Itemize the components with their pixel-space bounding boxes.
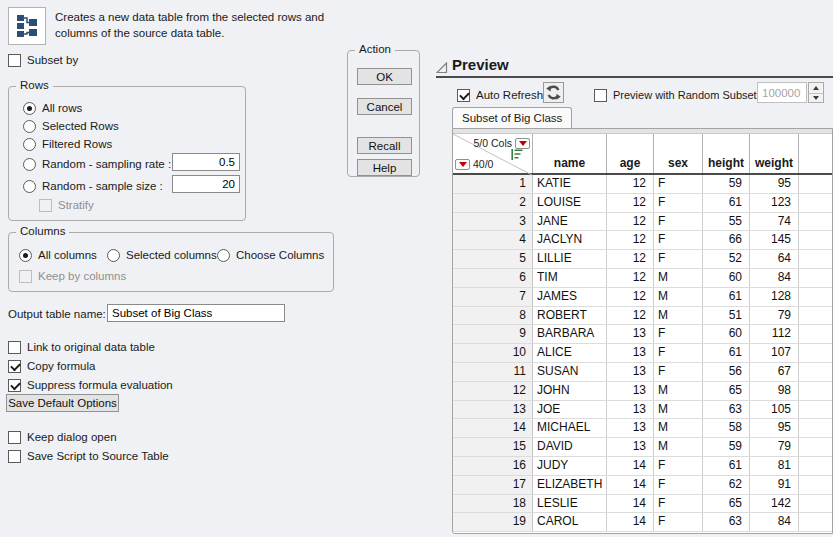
table-cell[interactable]: JOHN (533, 382, 607, 400)
sample-size-input[interactable] (172, 175, 240, 193)
table-cell[interactable]: 12 (607, 194, 654, 212)
tab-subset-of-big-class[interactable]: Subset of Big Class (452, 107, 572, 128)
table-cell[interactable]: 13 (607, 438, 654, 456)
table-cell[interactable]: LILLIE (533, 250, 607, 268)
table-cell[interactable]: 81 (750, 457, 799, 475)
table-cell[interactable]: CAROL (533, 513, 607, 531)
table-cell[interactable]: 112 (750, 325, 799, 343)
table-cell[interactable]: F (654, 325, 703, 343)
table-cell[interactable]: JUDY (533, 457, 607, 475)
row-number[interactable]: 1 (453, 175, 533, 193)
table-cell[interactable]: 91 (750, 476, 799, 494)
table-cell[interactable]: F (654, 495, 703, 513)
checkbox-copy-formula[interactable]: Copy formula (8, 359, 95, 373)
row-number[interactable]: 7 (453, 288, 533, 306)
table-cell[interactable]: 12 (607, 269, 654, 287)
table-cell[interactable]: 66 (703, 231, 750, 249)
table-cell[interactable]: 14 (607, 495, 654, 513)
table-cell[interactable]: 59 (703, 175, 750, 193)
column-header-sex[interactable]: sex (654, 134, 703, 173)
table-cell[interactable]: JANE (533, 213, 607, 231)
column-header-name[interactable]: name (533, 134, 607, 173)
ok-button[interactable]: OK (357, 68, 412, 85)
radio-selected-columns[interactable]: Selected columns (107, 248, 217, 262)
table-cell[interactable]: 13 (607, 363, 654, 381)
row-number[interactable]: 2 (453, 194, 533, 212)
row-number[interactable]: 17 (453, 476, 533, 494)
table-cell[interactable]: 13 (607, 401, 654, 419)
row-number[interactable]: 10 (453, 344, 533, 362)
table-cell[interactable]: MICHAEL (533, 419, 607, 437)
table-cell[interactable]: F (654, 231, 703, 249)
row-number[interactable]: 14 (453, 419, 533, 437)
table-cell[interactable]: ELIZABETH (533, 476, 607, 494)
row-number[interactable]: 13 (453, 401, 533, 419)
table-cell[interactable]: 12 (607, 250, 654, 268)
table-cell[interactable]: LOUISE (533, 194, 607, 212)
table-cell[interactable]: 61 (703, 288, 750, 306)
checkbox-link-to-original[interactable]: Link to original data table (8, 340, 155, 354)
table-cell[interactable]: F (654, 476, 703, 494)
table-cell[interactable]: F (654, 250, 703, 268)
table-cell[interactable]: 84 (750, 513, 799, 531)
rows-menu-button[interactable] (455, 159, 470, 170)
checkbox-keep-dialog-open[interactable]: Keep dialog open (8, 430, 117, 444)
table-cell[interactable]: KATIE (533, 175, 607, 193)
table-cell[interactable]: JAMES (533, 288, 607, 306)
table-cell[interactable]: F (654, 457, 703, 475)
table-cell[interactable]: 145 (750, 231, 799, 249)
table-cell[interactable]: 60 (703, 325, 750, 343)
table-cell[interactable]: 63 (703, 513, 750, 531)
table-cell[interactable]: SUSAN (533, 363, 607, 381)
column-header-weight[interactable]: weight (750, 134, 799, 173)
table-cell[interactable]: 12 (607, 213, 654, 231)
table-cell[interactable]: M (654, 419, 703, 437)
table-cell[interactable]: 95 (750, 175, 799, 193)
row-number[interactable]: 3 (453, 213, 533, 231)
table-cell[interactable]: 12 (607, 231, 654, 249)
row-number[interactable]: 15 (453, 438, 533, 456)
table-cell[interactable]: 61 (703, 457, 750, 475)
radio-random-sample-size[interactable]: Random - sample size : (23, 179, 163, 193)
checkbox-save-script-to-source-table[interactable]: Save Script to Source Table (8, 449, 169, 463)
recall-button[interactable]: Recall (357, 137, 412, 154)
table-cell[interactable]: 62 (703, 476, 750, 494)
table-cell[interactable]: 142 (750, 495, 799, 513)
table-cell[interactable]: 14 (607, 457, 654, 475)
table-cell[interactable]: F (654, 344, 703, 362)
table-cell[interactable]: F (654, 513, 703, 531)
radio-filtered-rows[interactable]: Filtered Rows (23, 137, 112, 151)
table-cell[interactable]: JOE (533, 401, 607, 419)
cancel-button[interactable]: Cancel (357, 98, 412, 115)
output-table-name-input[interactable] (107, 304, 285, 322)
table-cell[interactable]: 65 (703, 382, 750, 400)
row-number[interactable]: 4 (453, 231, 533, 249)
table-cell[interactable]: 107 (750, 344, 799, 362)
table-cell[interactable]: M (654, 269, 703, 287)
checkbox-auto-refresh[interactable]: Auto Refresh (457, 88, 543, 102)
table-cell[interactable]: 13 (607, 419, 654, 437)
table-cell[interactable]: 105 (750, 401, 799, 419)
help-button[interactable]: Help (357, 159, 412, 176)
table-cell[interactable]: 12 (607, 175, 654, 193)
row-number[interactable]: 11 (453, 363, 533, 381)
table-cell[interactable]: M (654, 438, 703, 456)
checkbox-subset-by[interactable]: Subset by (8, 53, 78, 67)
table-cell[interactable]: TIM (533, 269, 607, 287)
table-cell[interactable]: BARBARA (533, 325, 607, 343)
table-cell[interactable]: F (654, 194, 703, 212)
radio-random-sampling-rate[interactable]: Random - sampling rate : (23, 157, 171, 171)
table-cell[interactable]: 61 (703, 194, 750, 212)
table-cell[interactable]: 61 (703, 344, 750, 362)
table-cell[interactable]: F (654, 363, 703, 381)
table-cell[interactable]: 123 (750, 194, 799, 212)
table-cell[interactable]: JACLYN (533, 231, 607, 249)
row-number[interactable]: 8 (453, 307, 533, 325)
table-cell[interactable]: 79 (750, 307, 799, 325)
table-cell[interactable]: 55 (703, 213, 750, 231)
table-cell[interactable]: M (654, 401, 703, 419)
table-cell[interactable]: 52 (703, 250, 750, 268)
row-number[interactable]: 18 (453, 495, 533, 513)
table-cell[interactable]: DAVID (533, 438, 607, 456)
table-cell[interactable]: 14 (607, 513, 654, 531)
